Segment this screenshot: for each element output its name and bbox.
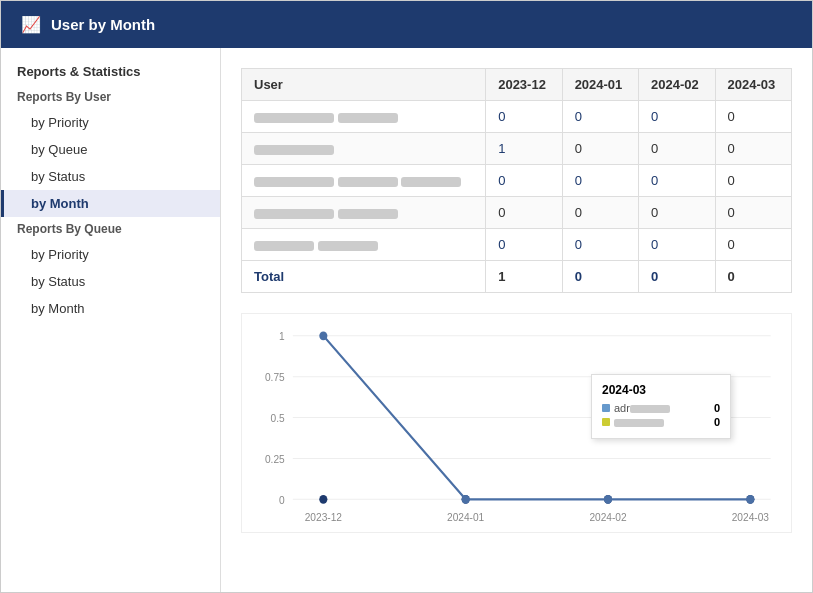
sidebar-group-reports-by-queue: Reports By Queue (1, 217, 220, 241)
chart-tooltip: 2024-03 adr 0 0 (591, 374, 731, 439)
tooltip-header: 2024-03 (602, 383, 720, 397)
val-cell: 0 (486, 165, 562, 197)
col-user: User (242, 69, 486, 101)
svg-point-18 (319, 331, 327, 340)
col-2024-03: 2024-03 (715, 69, 791, 101)
chart-icon: 📈 (21, 15, 41, 34)
svg-text:2024-01: 2024-01 (447, 511, 484, 523)
svg-text:0.5: 0.5 (271, 412, 285, 424)
sidebar-item-by-priority-user[interactable]: by Priority (1, 109, 220, 136)
tooltip-color-1 (602, 404, 610, 412)
table-row: 0 0 0 0 (242, 197, 792, 229)
col-2024-02: 2024-02 (639, 69, 715, 101)
main-window: 📈 User by Month Reports & Statistics Rep… (0, 0, 813, 593)
main-content: User 2023-12 2024-01 2024-02 2024-03 0 0… (221, 48, 812, 592)
total-2024-02: 0 (639, 261, 715, 293)
total-label: Total (242, 261, 486, 293)
val-cell: 0 (562, 133, 638, 165)
total-row: Total 1 0 0 0 (242, 261, 792, 293)
svg-text:2024-03: 2024-03 (732, 511, 769, 523)
svg-point-19 (462, 495, 470, 504)
svg-text:0.75: 0.75 (265, 371, 285, 383)
val-cell: 0 (639, 133, 715, 165)
total-2024-03: 0 (715, 261, 791, 293)
sidebar-section-header: Reports & Statistics (1, 58, 220, 85)
tooltip-color-2 (602, 418, 610, 426)
val-cell: 0 (715, 101, 791, 133)
svg-text:1: 1 (279, 330, 285, 342)
sidebar-item-by-priority-queue[interactable]: by Priority (1, 241, 220, 268)
page-title: User by Month (51, 16, 155, 33)
table-row: 0 0 0 0 (242, 101, 792, 133)
user-cell (242, 165, 486, 197)
total-2024-01: 0 (562, 261, 638, 293)
table-row: 1 0 0 0 (242, 133, 792, 165)
tooltip-row-1: adr 0 (602, 402, 720, 414)
val-cell: 0 (639, 165, 715, 197)
val-cell: 0 (715, 165, 791, 197)
svg-text:2023-12: 2023-12 (305, 511, 342, 523)
val-cell: 0 (715, 197, 791, 229)
val-cell: 0 (639, 197, 715, 229)
chart-container: 1 0.75 0.5 0.25 0 2023-12 2024-01 2024-0… (241, 313, 792, 533)
sidebar-item-by-month-user[interactable]: by Month (1, 190, 220, 217)
val-cell: 0 (715, 133, 791, 165)
user-cell (242, 133, 486, 165)
sidebar-item-by-status-user[interactable]: by Status (1, 163, 220, 190)
val-cell: 0 (486, 229, 562, 261)
val-cell: 0 (639, 101, 715, 133)
val-cell: 0 (562, 197, 638, 229)
col-2023-12: 2023-12 (486, 69, 562, 101)
sidebar: Reports & Statistics Reports By User by … (1, 48, 221, 592)
tooltip-label-1: adr (614, 402, 710, 414)
table-row: 0 0 0 0 (242, 229, 792, 261)
sidebar-item-by-status-queue[interactable]: by Status (1, 268, 220, 295)
svg-text:2024-02: 2024-02 (589, 511, 626, 523)
svg-text:0.25: 0.25 (265, 452, 285, 464)
val-cell: 0 (486, 101, 562, 133)
svg-point-21 (746, 495, 754, 504)
tooltip-label-2 (614, 416, 710, 428)
sidebar-item-by-queue-user[interactable]: by Queue (1, 136, 220, 163)
content-area: Reports & Statistics Reports By User by … (1, 48, 812, 592)
val-cell: 0 (562, 229, 638, 261)
val-cell: 0 (639, 229, 715, 261)
val-cell: 0 (562, 165, 638, 197)
user-cell (242, 197, 486, 229)
val-cell: 1 (486, 133, 562, 165)
sidebar-item-by-month-queue[interactable]: by Month (1, 295, 220, 322)
total-2023-12: 1 (486, 261, 562, 293)
tooltip-row-2: 0 (602, 416, 720, 428)
svg-point-20 (604, 495, 612, 504)
val-cell: 0 (562, 101, 638, 133)
table-row: 0 0 0 0 (242, 165, 792, 197)
user-cell (242, 101, 486, 133)
sidebar-group-reports-by-user: Reports By User (1, 85, 220, 109)
user-cell (242, 229, 486, 261)
val-cell: 0 (486, 197, 562, 229)
tooltip-value-1: 0 (714, 402, 720, 414)
col-2024-01: 2024-01 (562, 69, 638, 101)
svg-point-10 (319, 495, 327, 504)
svg-text:0: 0 (279, 493, 285, 505)
val-cell: 0 (715, 229, 791, 261)
data-table: User 2023-12 2024-01 2024-02 2024-03 0 0… (241, 68, 792, 293)
tooltip-value-2: 0 (714, 416, 720, 428)
page-header: 📈 User by Month (1, 1, 812, 48)
